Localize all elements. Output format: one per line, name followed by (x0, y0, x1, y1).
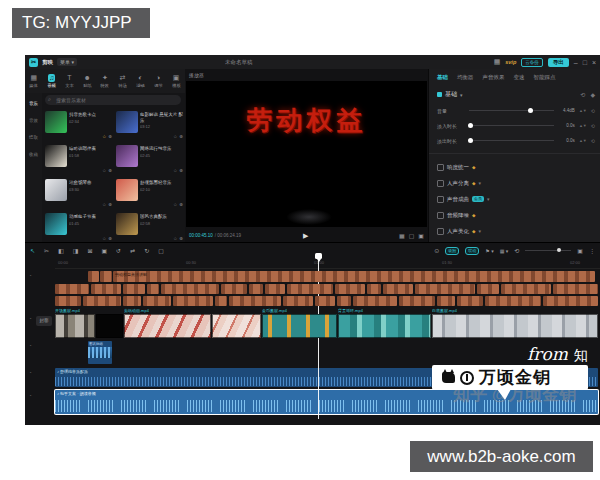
zoom-knob[interactable] (557, 248, 561, 252)
ratio-icon[interactable]: ▢ (409, 232, 415, 239)
favorite-icon[interactable]: ☆ (102, 134, 106, 139)
keyframe-icon[interactable]: ◆ (590, 91, 595, 98)
option-音频降噪[interactable]: 音频降噪◆ (437, 207, 595, 223)
subtitle-clip[interactable] (399, 296, 435, 306)
favorite-icon[interactable]: ☆ (173, 236, 177, 241)
stepper-icons[interactable]: ▲▼ (579, 138, 587, 143)
minimize-button[interactable]: – (574, 59, 578, 66)
tab-转场[interactable]: ⇄转场 (115, 74, 131, 88)
category-收藏[interactable]: 收藏 (29, 152, 38, 157)
add-to-track-icon[interactable]: ⊕ (108, 168, 112, 173)
option-checkbox[interactable] (437, 228, 444, 235)
slider-track[interactable] (469, 110, 554, 111)
music-card[interactable]: 国风古典配乐02:58☆⊕ (116, 211, 184, 242)
record-mic-icon[interactable]: ⊙ (434, 247, 439, 254)
title-text-clip[interactable] (88, 271, 99, 282)
tab-特效[interactable]: ✦特效 (97, 74, 113, 88)
subtitle-clip[interactable] (173, 296, 213, 306)
menu-button[interactable]: 菜单 ▾ (57, 58, 77, 66)
mirror-tool[interactable]: ⇄ (130, 247, 135, 254)
tab-滤镜[interactable]: ◐滤镜 (132, 74, 148, 88)
tab-贴纸[interactable]: ☻贴纸 (79, 74, 95, 88)
subtitle-clip[interactable] (287, 284, 333, 294)
subtitle-clip[interactable] (335, 284, 365, 294)
favorite-icon[interactable]: ☆ (102, 168, 106, 173)
subtitle-clip[interactable] (147, 284, 159, 294)
layout-icon[interactable]: ▦ (494, 58, 501, 66)
subtitle-clip[interactable] (457, 296, 483, 306)
quality-icon[interactable]: ▦ (399, 232, 405, 239)
section-chevron-icon[interactable]: ▾ (460, 92, 463, 98)
reset-icon[interactable]: ⟲ (591, 108, 595, 114)
snap-toggle[interactable]: 吸附 (445, 247, 459, 255)
mark-dropdown[interactable]: ▦ ▾ (500, 248, 509, 254)
playhead-line[interactable] (318, 259, 319, 419)
tab-媒体[interactable]: ▦媒体 (26, 74, 42, 88)
category-音乐[interactable]: 音乐 (29, 101, 38, 106)
close-button[interactable]: × (592, 59, 596, 66)
cloud-backup-button[interactable]: 云备份 (521, 58, 543, 67)
stepper-icons[interactable]: ▲▼ (579, 123, 587, 128)
track-header-icon[interactable]: ▪ (30, 316, 31, 321)
inspector-tab-变速[interactable]: 变速 (514, 74, 525, 81)
music-card[interactable]: 网络流行纯音乐02:45☆⊕ (116, 143, 184, 175)
music-card[interactable]: 嘻哈说唱伴奏01:58☆⊕ (45, 143, 113, 175)
option-响度统一[interactable]: 响度统一◆ (437, 159, 595, 175)
tab-模板[interactable]: ▣模板 (168, 74, 184, 88)
subtitle-clip[interactable] (221, 284, 247, 294)
video-clip[interactable] (212, 314, 261, 338)
category-音效[interactable]: 音效 (29, 118, 38, 123)
trim-left-tool[interactable]: ◧ (58, 247, 64, 254)
undo-icon[interactable]: ⟲ (514, 247, 519, 254)
svip-badge[interactable]: svip (505, 59, 516, 65)
play-button[interactable]: ▶ (303, 232, 308, 240)
subtitle-clip[interactable] (367, 284, 381, 294)
tab-调节[interactable]: ◑调节 (150, 74, 166, 88)
favorite-icon[interactable]: ☆ (173, 202, 177, 207)
rotate-tool[interactable]: ↻ (144, 247, 149, 254)
subtitle-clip[interactable] (123, 284, 145, 294)
add-to-track-icon[interactable]: ⊕ (108, 134, 112, 139)
section-checkbox[interactable] (437, 92, 442, 97)
crop-tool[interactable]: ▢ (158, 247, 164, 254)
reset-icon[interactable]: ⟲ (591, 138, 595, 144)
track-header-icon[interactable]: ▪ (30, 370, 31, 375)
video-clip[interactable] (338, 314, 431, 338)
add-to-track-icon[interactable]: ⊕ (108, 236, 112, 241)
subtitle-clip[interactable] (83, 296, 121, 306)
slider-track[interactable] (469, 140, 554, 141)
option-checkbox[interactable] (437, 196, 444, 203)
fit-timeline-icon[interactable]: ▣ (577, 247, 583, 254)
subtitle-clip[interactable] (161, 284, 219, 294)
playhead-handle[interactable] (315, 253, 322, 259)
export-button[interactable]: 导出 (548, 58, 569, 67)
maximize-button[interactable]: □ (583, 59, 587, 66)
subtitle-clip[interactable] (353, 296, 397, 306)
subtitle-clip[interactable] (315, 296, 335, 306)
inspector-tab-智能踩点[interactable]: 智能踩点 (534, 74, 556, 81)
option-声音成曲[interactable]: 声音成曲会员▾ (437, 191, 595, 207)
add-to-track-icon[interactable]: ⊕ (108, 202, 112, 207)
option-人声美化[interactable]: 人声美化◆▾ (437, 223, 595, 239)
search-input[interactable]: 搜索音乐素材 (45, 95, 181, 105)
subtitle-clip[interactable] (249, 284, 263, 294)
track-header-icon[interactable]: ▪ (30, 343, 31, 348)
subtitle-clip[interactable] (143, 296, 171, 306)
split-tool[interactable]: ✂ (44, 247, 49, 254)
video-clip[interactable] (124, 314, 211, 338)
video-clip[interactable] (55, 314, 95, 338)
subtitle-clip[interactable] (55, 296, 81, 306)
option-checkbox[interactable] (437, 164, 444, 171)
sticker-clip[interactable]: 图表贴纸 (88, 341, 112, 364)
video-clip[interactable] (96, 314, 123, 338)
subtitle-clip[interactable] (91, 284, 121, 294)
subtitle-clip[interactable] (415, 284, 475, 294)
more-icon[interactable]: ⋮ (589, 247, 595, 254)
reverse-tool[interactable]: ↺ (116, 247, 121, 254)
slider-knob[interactable] (468, 123, 473, 128)
option-checkbox[interactable] (437, 180, 444, 187)
subtitle-clip[interactable] (485, 296, 541, 306)
freeze-frame-tool[interactable]: ▣ (101, 247, 107, 254)
category-提取[interactable]: 提取 (29, 135, 38, 140)
time-ruler[interactable]: 00:0000:3001:0001:3002:00 (55, 259, 600, 269)
